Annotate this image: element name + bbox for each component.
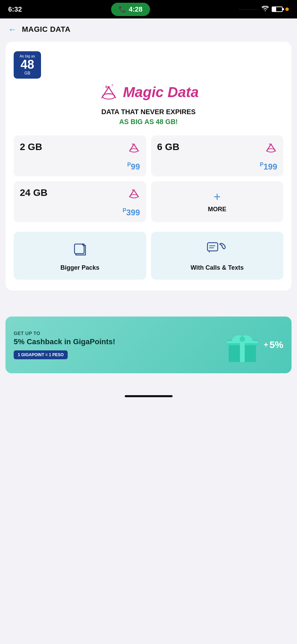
pack-wand-icon bbox=[265, 142, 277, 155]
gift-box-icon bbox=[224, 326, 261, 364]
phone-icon: 📞 bbox=[119, 5, 126, 13]
svg-line-11 bbox=[271, 144, 275, 151]
more-label: MORE bbox=[208, 206, 226, 213]
calls-texts-label: With Calls & Texts bbox=[190, 264, 244, 271]
orange-dot-indicator bbox=[285, 8, 289, 11]
badge-unit: GB bbox=[24, 71, 30, 76]
badge-number: 48 bbox=[21, 58, 34, 71]
svg-point-3 bbox=[108, 86, 110, 88]
calls-texts-icon bbox=[207, 241, 227, 259]
svg-line-6 bbox=[130, 144, 134, 151]
svg-line-7 bbox=[134, 144, 138, 151]
pack-wand-icon bbox=[128, 187, 140, 201]
bigger-packs-icon bbox=[72, 241, 87, 259]
cashback-highlight: 5% Cashback in GigaPoints! bbox=[14, 337, 224, 346]
pack-card-6gb[interactable]: 6 GB P199 bbox=[151, 135, 284, 176]
pack-gb-label: 2 GB bbox=[20, 142, 42, 152]
calls-texts-option[interactable]: With Calls & Texts bbox=[151, 232, 284, 280]
pack-card-2gb[interactable]: 2 GB P99 bbox=[14, 135, 146, 176]
pack-card-24gb[interactable]: 24 GB P399 bbox=[14, 181, 146, 222]
option-grid: Bigger Packs With Calls & Texts bbox=[14, 232, 283, 280]
pack-wand-icon bbox=[128, 142, 140, 155]
battery-icon bbox=[272, 6, 283, 12]
svg-point-16 bbox=[133, 189, 135, 191]
hero-subtitle2: AS BIG AS 48 GB! bbox=[119, 118, 178, 126]
cashback-percent: +5% bbox=[264, 339, 283, 350]
title-area: Magic Data DATA THAT NEVER EXPIRES AS BI… bbox=[14, 82, 283, 126]
main-content-card: As big as 48 GB Magic Data DATA THAT NEV… bbox=[5, 42, 292, 291]
magic-data-logo: Magic Data bbox=[98, 82, 199, 103]
gb-badge: As big as 48 GB bbox=[14, 51, 41, 79]
pack-grid: 2 GB P99 6 GB bbox=[14, 135, 283, 222]
pack-card-top: 2 GB bbox=[20, 142, 140, 155]
bigger-packs-option[interactable]: Bigger Packs bbox=[14, 232, 146, 280]
more-plus-icon: + bbox=[214, 191, 221, 203]
svg-point-8 bbox=[133, 144, 135, 145]
magic-wand-icon bbox=[98, 82, 119, 103]
svg-line-14 bbox=[130, 190, 134, 197]
svg-line-1 bbox=[102, 87, 109, 98]
svg-line-10 bbox=[267, 144, 271, 151]
cashback-banner: GET UP TO 5% Cashback in GigaPoints! 1 G… bbox=[5, 317, 292, 373]
pack-card-top: 6 GB bbox=[157, 142, 278, 155]
active-call-indicator: 📞 4:28 bbox=[111, 3, 150, 16]
svg-line-2 bbox=[109, 87, 116, 98]
pack-gb-label: 24 GB bbox=[20, 187, 48, 198]
page-header: ← MAGIC DATA bbox=[0, 18, 297, 39]
badge-container: As big as 48 GB bbox=[14, 51, 283, 79]
svg-rect-17 bbox=[75, 244, 84, 254]
svg-rect-18 bbox=[207, 243, 218, 251]
status-icons: ············ bbox=[239, 6, 289, 13]
cashback-top-text: GET UP TO bbox=[14, 331, 224, 336]
home-indicator[interactable] bbox=[125, 395, 173, 397]
status-bar: 6:32 📞 4:28 ············ bbox=[0, 0, 297, 18]
pack-price: P399 bbox=[20, 207, 140, 217]
back-button[interactable]: ← bbox=[8, 25, 16, 34]
pack-price: P99 bbox=[20, 162, 140, 172]
cashback-left: GET UP TO 5% Cashback in GigaPoints! 1 G… bbox=[14, 331, 224, 359]
status-time: 6:32 bbox=[8, 5, 22, 13]
more-card[interactable]: + MORE bbox=[151, 181, 284, 222]
call-time: 4:28 bbox=[129, 5, 143, 13]
svg-point-27 bbox=[240, 336, 245, 342]
cashback-badge: 1 GIGAPOINT = 1 PESO bbox=[14, 350, 68, 359]
signal-dots: ············ bbox=[239, 8, 259, 11]
page-title: MAGIC DATA bbox=[22, 25, 70, 34]
hero-subtitle1: DATA THAT NEVER EXPIRES bbox=[102, 108, 196, 116]
bigger-packs-label: Bigger Packs bbox=[60, 264, 99, 271]
cashback-right: +5% bbox=[224, 326, 283, 364]
pack-card-top: 24 GB bbox=[20, 187, 140, 201]
svg-line-15 bbox=[134, 190, 138, 197]
svg-point-12 bbox=[270, 144, 272, 145]
pack-gb-label: 6 GB bbox=[157, 142, 179, 152]
wifi-icon bbox=[261, 6, 269, 13]
pack-price: P199 bbox=[157, 162, 278, 172]
magic-data-title: Magic Data bbox=[123, 84, 199, 100]
